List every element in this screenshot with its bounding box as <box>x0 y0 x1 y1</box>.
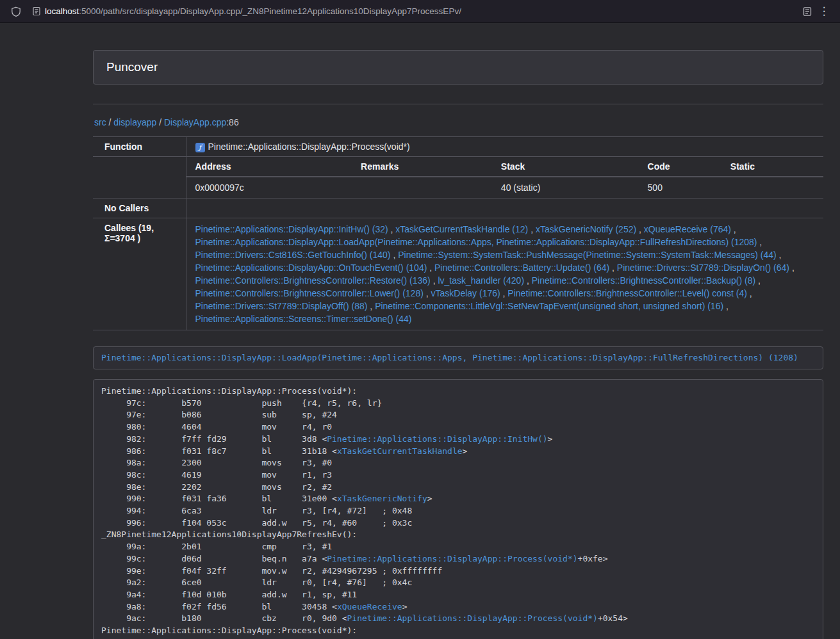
metrics-value-row: 0x0000097c 40 (static) 500 <box>186 177 824 198</box>
disassembly-symbol-link[interactable]: xTaskGenericNotify <box>337 494 427 503</box>
breadcrumb-link[interactable]: src <box>94 117 106 127</box>
page-info-icon[interactable] <box>28 3 45 20</box>
callee-link[interactable]: Pinetime::Components::LittleVgl::SetNewT… <box>375 301 723 311</box>
callee-separator: , <box>528 224 536 234</box>
stack-cell: 40 (static) <box>492 177 639 198</box>
browser-toolbar: localhost:5000/path/src/displayapp/Displ… <box>0 0 840 23</box>
function-cell: ƒPinetime::Applications::DisplayApp::Pro… <box>186 137 823 157</box>
address-cell: 0x0000097c <box>186 177 352 198</box>
callee-link[interactable]: Pinetime::Controllers::BrightnessControl… <box>532 275 755 286</box>
callee-link[interactable]: Pinetime::Applications::DisplayApp::OnTo… <box>195 263 427 273</box>
column-header-stack: Stack <box>492 157 639 177</box>
callee-separator: , <box>431 275 438 286</box>
function-row: Function ƒPinetime::Applications::Displa… <box>93 137 823 157</box>
callee-link[interactable]: Pinetime::Applications::DisplayApp::Load… <box>195 237 757 247</box>
callee-link[interactable]: Pinetime::Drivers::Cst816S::GetTouchInfo… <box>195 250 391 260</box>
column-header-address: Address <box>186 157 352 177</box>
metrics-row: Address Remarks Stack Code Static 0x0000… <box>93 157 823 198</box>
divider <box>93 104 823 104</box>
kebab-menu-icon[interactable]: ⋮ <box>816 3 832 20</box>
callee-link[interactable]: Pinetime::Applications::Screens::Timer::… <box>195 314 412 324</box>
metrics-header-row: Address Remarks Stack Code Static <box>186 157 824 177</box>
callee-separator: , <box>609 263 617 273</box>
disassembly-symbol-link[interactable]: Pinetime::Applications::DisplayApp::Proc… <box>327 554 577 563</box>
callee-separator: , <box>747 288 752 298</box>
highlighted-callee-link[interactable]: Pinetime::Applications::DisplayApp::Load… <box>101 353 798 362</box>
callee-separator: , <box>755 275 761 286</box>
function-table: Function ƒPinetime::Applications::Displa… <box>93 136 823 330</box>
breadcrumb-link[interactable]: DisplayApp.cpp <box>164 117 226 127</box>
empty-label-cell <box>93 157 186 198</box>
callee-link[interactable]: Pinetime::Applications::DisplayApp::Init… <box>195 224 388 234</box>
disassembly-symbol-link[interactable]: xTaskGetCurrentTaskHandle <box>337 446 463 456</box>
breadcrumb-link[interactable]: displayapp <box>113 117 156 127</box>
shield-icon[interactable] <box>8 3 24 20</box>
callee-separator: , <box>427 263 434 273</box>
callee-link[interactable]: lv_task_handler (420) <box>438 275 524 286</box>
disassembly-symbol-link[interactable]: Pinetime::Applications::DisplayApp::Proc… <box>347 613 598 623</box>
no-callers-label: No Callers <box>93 198 186 218</box>
callee-separator: , <box>391 250 399 260</box>
callee-separator: , <box>424 288 431 298</box>
callee-separator: , <box>723 301 729 311</box>
code-cell: 500 <box>639 177 721 198</box>
highlighted-callee-box: Pinetime::Applications::DisplayApp::Load… <box>93 346 823 369</box>
callee-link[interactable]: Pinetime::Controllers::BrightnessControl… <box>195 275 431 286</box>
callee-separator: , <box>731 224 736 234</box>
disassembly-symbol-link[interactable]: Pinetime::Applications::DisplayApp::Init… <box>327 434 547 444</box>
callee-separator: , <box>777 250 782 260</box>
callees-label: Callees (19, Σ=3704 ) <box>93 218 186 330</box>
callee-link[interactable]: Pinetime::Controllers::Battery::Update()… <box>434 263 609 273</box>
callee-separator: , <box>757 237 762 247</box>
callee-link[interactable]: Pinetime::Controllers::BrightnessControl… <box>195 288 424 298</box>
callee-separator: , <box>636 224 644 234</box>
reader-view-icon[interactable] <box>799 3 816 20</box>
url-path: :5000/path/src/displayapp/DisplayApp.cpp… <box>79 6 461 16</box>
breadcrumb-line-number: :86 <box>226 117 238 127</box>
page-title: Puncover <box>106 60 810 74</box>
function-label: Function <box>93 137 186 157</box>
static-cell <box>721 177 823 198</box>
callers-row: No Callers <box>93 198 823 218</box>
callee-link[interactable]: xTaskGetCurrentTaskHandle (12) <box>395 224 528 234</box>
callees-row: Callees (19, Σ=3704 ) Pinetime::Applicat… <box>93 218 823 330</box>
column-header-static: Static <box>721 157 823 177</box>
callee-separator: , <box>388 224 396 234</box>
function-pictogram-icon: ƒ <box>195 143 205 152</box>
function-name: Pinetime::Applications::DisplayApp::Proc… <box>208 142 410 152</box>
callers-cell <box>186 198 823 218</box>
callee-link[interactable]: xQueueReceive (764) <box>644 224 731 234</box>
callee-link[interactable]: Pinetime::System::SystemTask::PushMessag… <box>398 250 777 260</box>
url-bar[interactable]: localhost:5000/path/src/displayapp/Displ… <box>24 2 799 21</box>
page-header: Puncover <box>93 50 823 85</box>
callee-link[interactable]: Pinetime::Drivers::St7789::DisplayOff() … <box>195 301 368 311</box>
callee-link[interactable]: Pinetime::Controllers::BrightnessControl… <box>507 288 746 298</box>
callee-separator: , <box>367 301 375 311</box>
page-container: Puncover src / displayapp / DisplayApp.c… <box>93 50 823 639</box>
breadcrumb-separator: / <box>156 117 164 127</box>
metrics-cell: Address Remarks Stack Code Static 0x0000… <box>186 157 823 198</box>
metrics-table: Address Remarks Stack Code Static 0x0000… <box>186 157 824 198</box>
callee-separator: , <box>524 275 532 286</box>
callee-link[interactable]: Pinetime::Drivers::St7789::DisplayOn() (… <box>617 263 789 273</box>
callee-separator: , <box>789 263 795 273</box>
callee-separator: , <box>500 288 508 298</box>
column-header-code: Code <box>639 157 721 177</box>
callees-list: Pinetime::Applications::DisplayApp::Init… <box>186 218 823 330</box>
callee-link[interactable]: xTaskGenericNotify (252) <box>536 224 636 234</box>
breadcrumb: src / displayapp / DisplayApp.cpp:86 <box>94 117 823 127</box>
url-host: localhost <box>45 6 79 16</box>
disassembly-pre: Pinetime::Applications::DisplayApp::Proc… <box>93 379 823 639</box>
column-header-remarks: Remarks <box>352 157 492 177</box>
remarks-cell <box>352 177 492 198</box>
breadcrumb-separator: / <box>106 117 114 127</box>
disassembly-symbol-link[interactable]: xQueueReceive <box>337 602 402 611</box>
callee-link[interactable]: vTaskDelay (176) <box>431 288 500 298</box>
